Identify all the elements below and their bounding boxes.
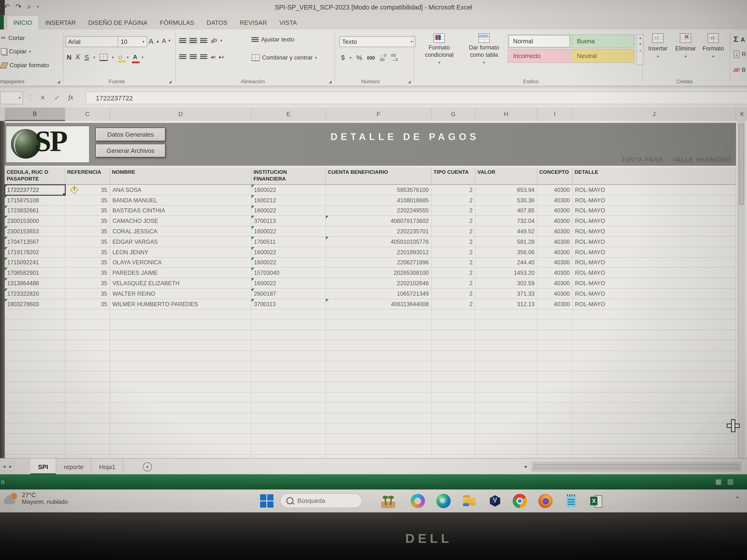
chrome-icon[interactable]: [513, 494, 527, 508]
generar-archivos-button[interactable]: Generar Archivos: [95, 144, 166, 158]
cell-valor[interactable]: 449.52: [475, 226, 538, 237]
empty-cell[interactable]: [110, 382, 252, 392]
empty-cell[interactable]: [432, 361, 475, 372]
empty-cell[interactable]: [5, 413, 66, 424]
cell-nombre[interactable]: PAREDES JAIME: [110, 268, 252, 278]
comma-format-icon[interactable]: 000: [367, 55, 375, 60]
empty-cell[interactable]: [326, 455, 432, 458]
cell-referencia[interactable]: 35: [65, 237, 110, 247]
cell-institucion[interactable]: 1600022: [252, 247, 326, 258]
empty-cell[interactable]: [252, 424, 326, 434]
empty-cell[interactable]: [538, 424, 573, 434]
empty-cell[interactable]: [475, 382, 538, 392]
empty-cell[interactable]: [65, 330, 110, 341]
empty-cell[interactable]: [65, 341, 110, 351]
cell-concepto[interactable]: 40300: [538, 226, 573, 237]
empty-cell[interactable]: [252, 320, 326, 330]
empty-cell[interactable]: [65, 351, 110, 361]
cell-cuenta[interactable]: 2206271896: [326, 258, 432, 268]
cell-valor[interactable]: 356.06: [475, 247, 538, 258]
column-header-D[interactable]: D: [110, 108, 252, 121]
cell-concepto[interactable]: 40300: [538, 185, 573, 195]
cell-detalle[interactable]: ROL-MAYO: [572, 206, 736, 216]
empty-cell[interactable]: [538, 351, 573, 361]
cell-referencia[interactable]: 35: [65, 206, 110, 216]
cell-nombre[interactable]: BANDA MANUEL: [110, 195, 252, 206]
cell-institucion[interactable]: 1700511: [252, 237, 326, 247]
insert-cells-button[interactable]: ← Insertar▾: [644, 33, 672, 59]
cell-nombre[interactable]: WILMER HUMBERTO PAREDES: [110, 299, 252, 309]
italic-button[interactable]: K: [76, 53, 80, 61]
cell-nombre[interactable]: CORAL JESSICA: [110, 226, 252, 237]
empty-cell[interactable]: [572, 372, 736, 382]
empty-cell[interactable]: [326, 309, 432, 320]
font-size-combo[interactable]: 10▾: [118, 36, 147, 47]
cell-nombre[interactable]: EDGAR VARGAS: [110, 237, 252, 247]
percent-format-icon[interactable]: %: [356, 54, 362, 61]
file-tab-edge[interactable]: [0, 15, 4, 30]
empty-cell[interactable]: [538, 403, 573, 413]
empty-cell[interactable]: [65, 320, 110, 330]
cell-tipo[interactable]: 2: [432, 206, 475, 216]
cell-nombre[interactable]: LEON JENNY: [110, 247, 252, 258]
empty-cell[interactable]: [475, 341, 538, 351]
empty-cell[interactable]: [538, 392, 573, 403]
excel-taskbar-icon[interactable]: X: [589, 494, 603, 508]
cell-tipo[interactable]: 2: [432, 268, 475, 278]
align-left-icon[interactable]: [179, 54, 186, 59]
empty-cell[interactable]: [475, 444, 538, 455]
number-format-combo[interactable]: Texto▾: [339, 36, 415, 47]
cell-concepto[interactable]: 40300: [538, 195, 573, 206]
empty-cell[interactable]: [475, 434, 538, 444]
cell-cuenta[interactable]: 20265308100: [326, 268, 432, 278]
empty-cell[interactable]: [572, 392, 736, 403]
page-layout-view-icon[interactable]: ▥: [727, 478, 734, 485]
empty-cell[interactable]: [326, 444, 432, 455]
cell-concepto[interactable]: 40300: [538, 216, 573, 226]
increase-indent-icon[interactable]: ▸≡: [219, 54, 224, 59]
cell-tipo[interactable]: 2: [432, 195, 475, 206]
cell-institucion[interactable]: 2600187: [252, 289, 326, 299]
column-header-B[interactable]: B: [5, 108, 66, 121]
cell-institucion[interactable]: 1600022: [252, 185, 326, 195]
empty-cell[interactable]: [432, 392, 475, 403]
empty-cell[interactable]: [110, 309, 252, 320]
empty-cell[interactable]: [110, 341, 252, 351]
empty-cell[interactable]: [432, 372, 475, 382]
cell-institucion[interactable]: 1600022: [252, 226, 326, 237]
palms-app-icon[interactable]: [381, 494, 395, 508]
format-cells-button[interactable]: ↔ Formato▾: [699, 33, 727, 59]
column-header-H[interactable]: H: [475, 108, 538, 121]
empty-cell[interactable]: [326, 320, 432, 330]
cell-cedula[interactable]: 1803278603: [5, 299, 66, 309]
cell-nombre[interactable]: WALTER REINO: [110, 289, 252, 299]
cell-nombre[interactable]: CAMACHO JOSE: [110, 216, 252, 226]
cell-cedula[interactable]: 1723832661: [5, 206, 66, 216]
cell-concepto[interactable]: 40300: [538, 289, 573, 299]
confirm-entry-icon[interactable]: ✓: [54, 94, 60, 101]
cell-detalle[interactable]: ROL-MAYO: [572, 258, 736, 268]
firefox-icon[interactable]: [538, 494, 553, 508]
cell-cuenta[interactable]: 2202235701: [326, 226, 432, 237]
cell-cedula[interactable]: 1704713567: [5, 237, 66, 247]
format-as-table-button[interactable]: Dar formato como tabla▾: [462, 33, 506, 66]
column-header-J[interactable]: J: [572, 108, 736, 121]
empty-cell[interactable]: [432, 351, 475, 361]
sheet-tab-spi[interactable]: SPI: [30, 459, 56, 475]
empty-cell[interactable]: [538, 444, 573, 455]
empty-cell[interactable]: [538, 309, 573, 320]
empty-cell[interactable]: [572, 309, 736, 320]
empty-cell[interactable]: [475, 320, 538, 330]
cell-concepto[interactable]: 40300: [538, 268, 573, 278]
cell-detalle[interactable]: ROL-MAYO: [572, 289, 736, 299]
cell-referencia[interactable]: 35: [65, 299, 110, 309]
empty-cell[interactable]: [110, 403, 252, 413]
cell-cedula[interactable]: 1723322820: [5, 289, 66, 299]
cell-valor[interactable]: 302.59: [475, 278, 538, 289]
wrap-text-button[interactable]: Ajustar texto: [252, 36, 294, 43]
empty-cell[interactable]: [326, 372, 432, 382]
empty-cell[interactable]: [538, 320, 573, 330]
empty-cell[interactable]: [5, 434, 66, 444]
empty-cell[interactable]: [65, 455, 110, 458]
cell-nombre[interactable]: VELASQUEZ ELIZABETH: [110, 278, 252, 289]
